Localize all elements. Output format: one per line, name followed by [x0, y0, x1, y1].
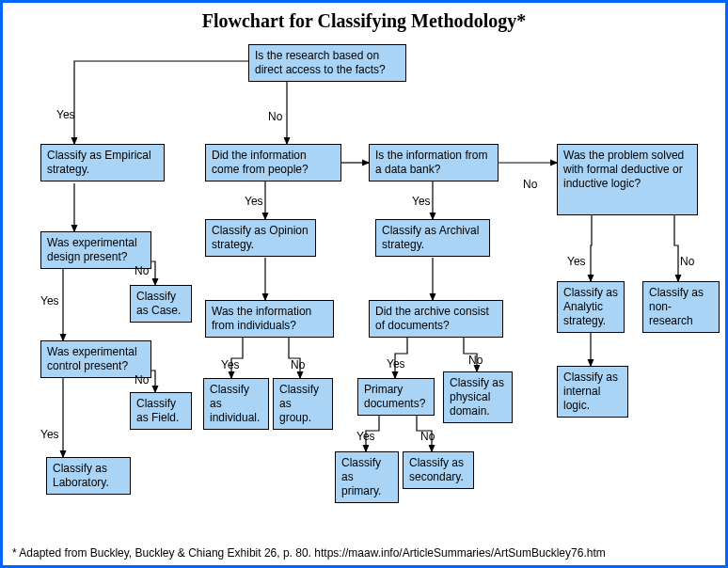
node-primary: Classify as primary.: [335, 451, 399, 503]
node-from-indiv: Was the information from individuals?: [205, 300, 334, 338]
flowchart-frame: Flowchart for Classifying Methodology*: [0, 0, 728, 568]
label-root-no: No: [268, 110, 282, 123]
node-physical: Classify as physical domain.: [443, 371, 513, 423]
label-docs-yes: Yes: [387, 357, 405, 371]
node-empirical: Classify as Empirical strategy.: [40, 144, 165, 181]
node-internal: Classify as internal logic.: [557, 366, 628, 418]
label-prim-yes: Yes: [356, 430, 375, 443]
node-opinion: Classify as Opinion strategy.: [205, 219, 316, 257]
node-individual: Classify as individual.: [203, 378, 269, 430]
node-archival: Classify as Archival strategy.: [375, 219, 490, 257]
label-indiv-no: No: [291, 358, 305, 371]
label-logic-no: No: [680, 255, 694, 268]
chart-footnote: * Adapted from Buckley, Buckley & Chiang…: [12, 546, 716, 560]
node-root: Is the research based on direct access t…: [248, 44, 406, 82]
node-from-people: Did the information come from people?: [205, 144, 341, 181]
node-case: Classify as Case.: [130, 285, 192, 323]
node-nonres: Classify as non-research: [642, 281, 720, 333]
node-analytic: Classify as Analytic strategy.: [557, 281, 625, 333]
node-group: Classify as group.: [273, 378, 333, 430]
node-prim-docs: Primary documents?: [357, 378, 435, 416]
node-laboratory: Classify as Laboratory.: [46, 457, 131, 495]
label-root-yes: Yes: [56, 108, 75, 121]
label-bank-yes: Yes: [412, 195, 431, 208]
node-exp-design: Was experimental design present?: [40, 231, 151, 269]
node-data-bank: Is the information from a data bank?: [369, 144, 499, 181]
node-field: Classify as Field.: [130, 392, 192, 430]
label-control-yes: Yes: [40, 428, 59, 441]
node-secondary: Classify as secondary.: [403, 451, 474, 489]
label-bank-no: No: [523, 178, 537, 191]
label-control-no: No: [135, 373, 149, 387]
label-design-no: No: [135, 264, 149, 277]
label-docs-no: No: [468, 354, 483, 367]
node-arch-docs: Did the archive consist of documents?: [369, 300, 503, 338]
label-indiv-yes: Yes: [221, 358, 240, 371]
label-people-yes: Yes: [245, 195, 263, 208]
node-exp-control: Was experimental control present?: [40, 340, 151, 378]
label-design-yes: Yes: [40, 294, 59, 308]
label-prim-no: No: [420, 430, 435, 443]
label-logic-yes: Yes: [567, 255, 586, 268]
node-logic-q: Was the problem solved with formal deduc…: [557, 144, 698, 215]
